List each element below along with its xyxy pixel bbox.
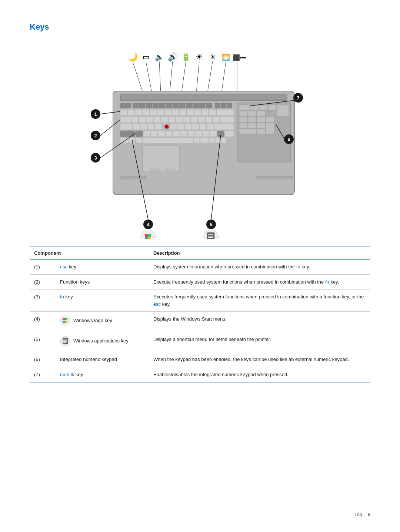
numpad-6 xyxy=(257,117,265,122)
pgup-key xyxy=(227,103,232,108)
period-key xyxy=(203,131,209,137)
windows-logo-table-icon xyxy=(60,315,70,326)
b-key xyxy=(173,131,180,137)
numpad-enter xyxy=(266,123,274,134)
apps-table-icon xyxy=(60,336,70,346)
o-key xyxy=(191,117,197,123)
svg-rect-3 xyxy=(148,237,151,239)
h-key xyxy=(170,124,177,130)
row-desc: Executes frequently used system function… xyxy=(149,290,370,312)
callout-1-text: 1 xyxy=(94,111,97,117)
f3-key xyxy=(146,103,152,108)
numpad-8 xyxy=(248,111,256,116)
num6-key xyxy=(165,110,171,116)
m-key xyxy=(188,131,194,137)
callout-6-text: 6 xyxy=(287,137,290,142)
row-desc: Displays a shortcut menu for items benea… xyxy=(149,332,370,352)
tilde-key xyxy=(120,110,127,116)
svg-rect-10 xyxy=(63,318,65,320)
f9-key xyxy=(186,103,192,108)
table-body: (1) esc key Displays system information … xyxy=(30,259,370,382)
up-arrow xyxy=(215,138,220,143)
row-desc: Execute frequently used system functions… xyxy=(149,274,370,290)
row-num: (4) xyxy=(30,312,56,332)
icon-line-3 xyxy=(159,61,161,93)
table-row: (5) Window xyxy=(30,332,370,352)
speaker-low-icon: 🔈 xyxy=(155,53,164,61)
screen-icon: ▭ xyxy=(143,53,150,61)
right-arrow xyxy=(221,138,226,143)
screen-bar xyxy=(120,94,287,101)
svg-rect-0 xyxy=(145,234,148,237)
ralt-key xyxy=(194,138,200,143)
rbracket-key xyxy=(213,117,220,123)
table-row: (2) Function keys Execute frequently use… xyxy=(30,274,370,290)
lshift-key xyxy=(120,131,135,137)
icon-line-5 xyxy=(181,61,186,93)
f2-key xyxy=(139,103,145,108)
row-desc: Displays system information when pressed… xyxy=(149,259,370,274)
numpad-numlk xyxy=(239,105,250,110)
icon-line-1 xyxy=(133,61,143,93)
row-name-highlight: esc xyxy=(60,264,67,270)
x-key xyxy=(151,131,157,137)
row-desc: Displays the Windows Start menu. xyxy=(149,312,370,332)
numpad-sub xyxy=(266,117,274,122)
f8-key xyxy=(179,103,185,108)
svg-rect-12 xyxy=(63,321,65,323)
backlight-icon: 🌅 xyxy=(222,53,230,61)
lctrl-key xyxy=(120,138,129,143)
page-number: 9 xyxy=(368,512,370,517)
esc-key-shape xyxy=(120,103,131,108)
brightness-special-icon: ✳ xyxy=(210,53,216,61)
table-row: (3) fn key Executes frequently used syst… xyxy=(30,290,370,312)
touchpad-lbtn xyxy=(150,169,160,173)
space-key xyxy=(143,138,193,143)
icon-line-6 xyxy=(196,61,199,93)
row-name: Windows applications key xyxy=(56,332,149,352)
svg-rect-13 xyxy=(65,321,67,323)
table-row: (7) num lk key Enables/disables the inte… xyxy=(30,367,370,382)
callout-5-text: 5 xyxy=(210,222,212,227)
home-key xyxy=(221,103,226,108)
v-key xyxy=(166,131,172,137)
row-name: Windows logo key xyxy=(56,312,149,332)
insert-key xyxy=(215,103,220,108)
svg-rect-4 xyxy=(207,232,214,239)
num0-key xyxy=(194,110,201,116)
e-key xyxy=(146,117,153,123)
numpad-1 xyxy=(239,123,247,128)
backspace-key xyxy=(217,110,234,116)
icon-line-4 xyxy=(170,61,173,93)
table-row: (4) Windows logo key xyxy=(30,312,370,332)
c-key xyxy=(158,131,165,137)
w-key xyxy=(139,117,146,123)
a-key xyxy=(133,124,140,130)
row-name: num lk key xyxy=(56,367,149,382)
touchpad-rbtn xyxy=(165,169,175,173)
numlk-highlight: num lk xyxy=(60,372,74,377)
quote-key xyxy=(207,124,214,130)
row-num: (5) xyxy=(30,332,56,352)
row-name: Function keys xyxy=(56,274,149,290)
k-key xyxy=(185,124,191,130)
numpad-0 xyxy=(239,129,256,134)
num5-key xyxy=(157,110,164,116)
numpad-2 xyxy=(248,123,256,128)
lalt-key xyxy=(136,138,142,143)
row-num: (6) xyxy=(30,352,56,367)
row-name: Integrated numeric keypad xyxy=(56,352,149,367)
svg-rect-15 xyxy=(63,338,68,344)
page-footer: Top 9 xyxy=(354,512,370,517)
fn-highlight-1: fn xyxy=(296,264,300,270)
num9-key xyxy=(187,110,194,116)
d-key xyxy=(148,124,154,130)
numpad-7 xyxy=(239,111,247,116)
capslock-key xyxy=(120,124,132,130)
numpad-4 xyxy=(239,117,247,122)
dots-icon: ⬛••• xyxy=(233,54,246,61)
callout-3-text: 3 xyxy=(94,155,97,161)
t-key xyxy=(161,117,168,123)
numpad-9 xyxy=(257,111,265,116)
row-name: fn key xyxy=(56,290,149,312)
